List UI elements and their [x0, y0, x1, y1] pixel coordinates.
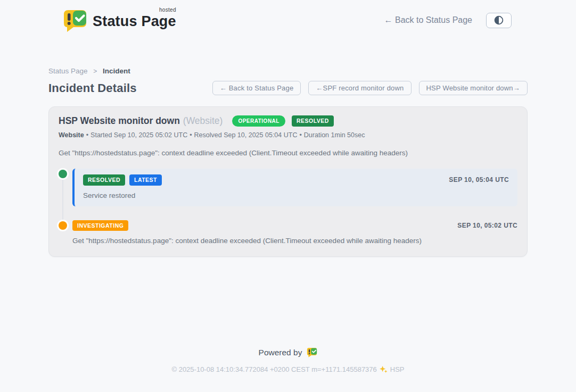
incident-card: HSP Website monitor down (Website) OPERA… [48, 106, 528, 257]
meta-separator: • [86, 131, 88, 139]
sparkles-icon [380, 365, 388, 373]
copyright-text: © 2025-10-08 14:10:34.772084 +0200 CEST … [171, 365, 376, 373]
resolved-badge: RESOLVED [83, 174, 125, 186]
meta-separator: • [190, 131, 192, 139]
breadcrumb-separator: > [93, 68, 97, 75]
incident-description: Get "https://hostedstatus.page": context… [59, 149, 517, 157]
copyright-brand: HSP [390, 365, 405, 373]
half-circle-icon [494, 15, 504, 25]
powered-by-link[interactable]: Powered by [259, 347, 318, 357]
meta-duration: Duration 1min 50sec [304, 131, 365, 139]
meta-component: Website [59, 131, 84, 139]
copyright: © 2025-10-08 14:10:34.772084 +0200 CEST … [48, 365, 528, 373]
meta-started: Started Sep 10, 2025 05:02 UTC [90, 131, 187, 139]
next-incident-button[interactable]: HSP Website monitor down→ [419, 81, 528, 95]
status-page-logo-icon [63, 9, 87, 32]
main-content: Status Page > Incident Incident Details … [48, 67, 528, 373]
resolved-status-badge: RESOLVED [292, 115, 334, 127]
timeline-entry-investigating: INVESTIGATING SEP 10, 05:02 UTC Get "htt… [59, 220, 517, 245]
timeline-timestamp: SEP 10, 05:02 UTC [457, 222, 517, 229]
theme-toggle-button[interactable] [486, 13, 512, 28]
incident-nav-buttons: ← Back to Status Page ←SPF record monito… [212, 81, 528, 95]
timeline-timestamp: SEP 10, 05:04 UTC [449, 176, 509, 184]
breadcrumb-item-status-page[interactable]: Status Page [48, 67, 88, 75]
incident-timeline: RESOLVED LATEST SEP 10, 05:04 UTC Servic… [59, 169, 517, 245]
timeline-dot-investigating [59, 221, 67, 230]
back-to-status-page-button[interactable]: ← Back to Status Page [212, 81, 301, 95]
breadcrumb: Status Page > Incident [48, 67, 528, 75]
meta-separator: • [299, 131, 301, 139]
latest-badge: LATEST [129, 174, 162, 186]
timeline-message: Service restored [83, 191, 509, 199]
breadcrumb-item-incident: Incident [103, 67, 130, 75]
timeline-entry-resolved: RESOLVED LATEST SEP 10, 05:04 UTC Servic… [59, 169, 517, 206]
operational-status-badge: OPERATIONAL [232, 115, 285, 127]
timeline-dot-resolved [59, 170, 67, 178]
logo-title: Status Page [93, 13, 176, 29]
timeline-update-plain: INVESTIGATING SEP 10, 05:02 UTC Get "htt… [72, 220, 517, 245]
powered-by-label: Powered by [259, 348, 302, 357]
incident-meta: Website•Started Sep 10, 2025 05:02 UTC•R… [59, 131, 517, 139]
incident-component: (Website) [183, 115, 223, 127]
footer: Powered by © 2025-10-08 14:10:34.772084 … [48, 347, 528, 373]
meta-resolved: Resolved Sep 10, 2025 05:04 UTC [194, 131, 298, 139]
header: Status Page hosted ← Back to Status Page [0, 0, 576, 33]
timeline-message: Get "https://hostedstatus.page": context… [72, 237, 517, 245]
timeline-update-box: RESOLVED LATEST SEP 10, 05:04 UTC Servic… [72, 169, 517, 206]
investigating-badge: INVESTIGATING [72, 220, 128, 231]
incident-title: HSP Website monitor down [59, 115, 180, 127]
status-page-logo-icon [307, 347, 317, 357]
back-to-status-page-link[interactable]: ← Back to Status Page [384, 15, 472, 25]
logo-superscript: hosted [159, 7, 176, 13]
status-page-logo[interactable]: Status Page hosted [63, 9, 176, 32]
prev-incident-button[interactable]: ←SPF record monitor down [308, 81, 411, 95]
page-title: Incident Details [48, 81, 137, 95]
timeline-line [62, 175, 63, 225]
